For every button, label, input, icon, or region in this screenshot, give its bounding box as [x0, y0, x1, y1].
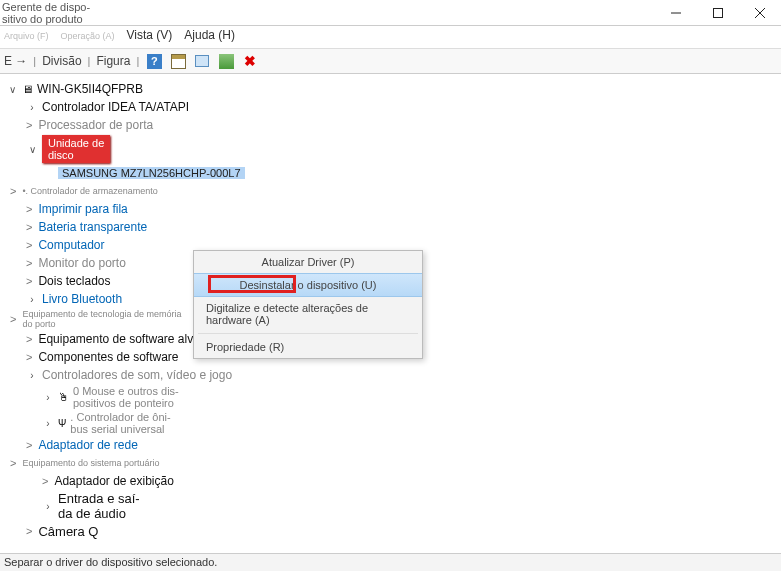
- tree-node-monitor[interactable]: Monitor do porto: [38, 256, 125, 270]
- toolbar: E → | Divisão | Figura | ? ✖: [0, 48, 781, 74]
- delete-icon[interactable]: ✖: [241, 52, 259, 70]
- ctx-properties[interactable]: Propriedade (R): [194, 336, 422, 358]
- expand-toggle[interactable]: >: [26, 221, 34, 233]
- tree-node-samsung-disk[interactable]: SAMSUNG MZ7LN256HCHP-000L7: [58, 167, 245, 179]
- expand-toggle[interactable]: ›: [26, 102, 38, 113]
- help-icon[interactable]: ?: [145, 52, 163, 70]
- expand-toggle[interactable]: >: [26, 239, 34, 251]
- status-bar: Separar o driver do dispositivo selecion…: [0, 553, 781, 571]
- calendar-icon[interactable]: [169, 52, 187, 70]
- tree-node-keyboards[interactable]: Dois teclados: [38, 274, 110, 288]
- toolbar-divisao[interactable]: Divisão: [42, 54, 81, 68]
- tree-node-system-port[interactable]: Equipamento do sistema portuário: [22, 458, 159, 468]
- expand-toggle[interactable]: >: [26, 275, 34, 287]
- menu-help[interactable]: Ajuda (H): [184, 28, 235, 42]
- tree-node-software-target[interactable]: Equipamento de software alvo: [38, 332, 199, 346]
- tree-node-display-adapter[interactable]: Adaptador de exibição: [54, 474, 173, 488]
- expand-toggle[interactable]: >: [26, 439, 34, 451]
- expand-toggle[interactable]: ›: [42, 392, 54, 403]
- tree-node-port-processor[interactable]: Processador de porta: [38, 118, 153, 132]
- ctx-update-driver[interactable]: Atualizar Driver (P): [194, 251, 422, 273]
- expand-toggle[interactable]: ›: [42, 418, 54, 429]
- root-node[interactable]: WIN-GK5II4QFPRB: [37, 82, 143, 96]
- status-text: Separar o driver do dispositivo selecion…: [4, 556, 217, 568]
- usb-icon: Ψ: [58, 418, 66, 429]
- tree-node-audio-io[interactable]: Entrada e saí- da de áudio: [58, 491, 140, 521]
- expand-toggle[interactable]: >: [26, 351, 34, 363]
- context-menu: Atualizar Driver (P) Desinstalar o dispo…: [193, 250, 423, 359]
- tree-node-storage-controller[interactable]: •. Controlador de armazenamento: [22, 186, 157, 196]
- tree-node-network-adapter[interactable]: Adaptador de rede: [38, 438, 137, 452]
- expand-toggle[interactable]: ›: [26, 370, 38, 381]
- expand-toggle[interactable]: ∨: [6, 84, 18, 95]
- expand-toggle[interactable]: >: [26, 119, 34, 131]
- expand-toggle[interactable]: >: [42, 475, 50, 487]
- nav-back-forward[interactable]: E →: [4, 54, 27, 68]
- ctx-scan-hardware[interactable]: Digitalize e detecte alterações de hardw…: [194, 297, 422, 331]
- ctx-uninstall-device[interactable]: Desinstalar o dispositivo (U): [194, 273, 422, 297]
- expand-toggle[interactable]: >: [26, 257, 34, 269]
- tree-node-software-components[interactable]: Componentes de software: [38, 350, 178, 364]
- expand-toggle[interactable]: ›: [26, 294, 38, 305]
- tree-node-mouse[interactable]: 0 Mouse e outros dis- positivos de ponte…: [73, 385, 179, 409]
- menu-file[interactable]: Arquivo (F): [4, 31, 49, 41]
- expand-toggle[interactable]: >: [26, 333, 34, 345]
- computer-icon: [22, 83, 33, 95]
- menu-view[interactable]: Vista (V): [127, 28, 173, 42]
- tree-node-sound-video-game[interactable]: Controladores de som, vídeo e jogo: [42, 368, 232, 382]
- device-tree: ∨ WIN-GK5II4QFPRB › Controlador IDEA TA/…: [0, 74, 781, 544]
- tree-node-computer[interactable]: Computador: [38, 238, 104, 252]
- menu-operation[interactable]: Operação (A): [61, 31, 115, 41]
- tree-node-disk-drive[interactable]: Unidade de disco: [42, 135, 110, 163]
- expand-toggle[interactable]: ∨: [26, 144, 38, 155]
- expand-toggle[interactable]: >: [26, 525, 34, 537]
- minimize-button[interactable]: [655, 2, 697, 24]
- menu-bar: Arquivo (F) Operação (A) Vista (V) Ajuda…: [0, 26, 781, 48]
- tree-node-print-queue[interactable]: Imprimir para fila: [38, 202, 127, 216]
- expand-toggle[interactable]: >: [26, 203, 34, 215]
- window-title: Gerente de dispo- sitivo do produto: [2, 2, 90, 25]
- tree-node-memory-tech[interactable]: Equipamento de tecnologia de memória do …: [22, 309, 181, 329]
- expand-toggle[interactable]: ›: [42, 501, 54, 512]
- close-button[interactable]: [739, 2, 781, 24]
- device-add-icon[interactable]: [217, 52, 235, 70]
- monitor-icon[interactable]: [193, 52, 211, 70]
- tree-node-battery[interactable]: Bateria transparente: [38, 220, 147, 234]
- toolbar-figura[interactable]: Figura: [96, 54, 130, 68]
- tree-node-ide[interactable]: Controlador IDEA TA/ATAPI: [42, 100, 189, 114]
- mouse-icon: 🖱: [58, 391, 69, 403]
- tree-node-bluetooth[interactable]: Livro Bluetooth: [42, 292, 122, 306]
- tree-node-usb[interactable]: . Controlador de ôni- bus serial univers…: [70, 411, 170, 435]
- maximize-button[interactable]: [697, 2, 739, 24]
- svg-rect-1: [714, 9, 723, 18]
- tree-node-camera[interactable]: Câmera Q: [38, 524, 98, 539]
